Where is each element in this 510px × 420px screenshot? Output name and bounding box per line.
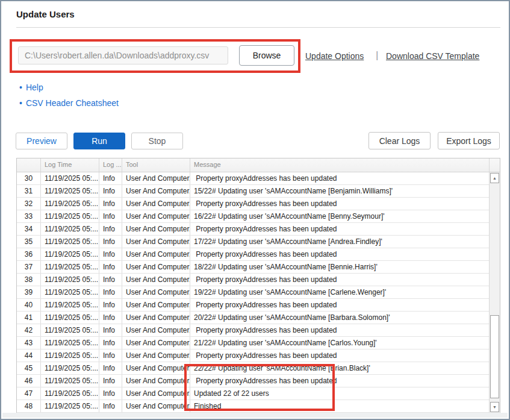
cell-message: Property proxyAddresses has been updated bbox=[190, 274, 489, 286]
cell-message: Property proxyAddresses has been updated bbox=[190, 172, 489, 184]
update-options-link[interactable]: Update Options bbox=[305, 51, 364, 61]
link-separator: | bbox=[376, 49, 378, 61]
table-row[interactable]: 4711/19/2025 05:...InfoUser And Computer… bbox=[17, 387, 489, 400]
help-link[interactable]: •Help bbox=[19, 83, 43, 92]
table-row[interactable]: 4511/19/2025 05:...InfoUser And Computer… bbox=[17, 362, 489, 375]
cell-level: Info bbox=[99, 299, 122, 311]
cell-message: 19/22# Updating user 'sAMAccountName [Ca… bbox=[190, 286, 489, 298]
cell-level: Info bbox=[99, 337, 122, 349]
cell-tool: User And Computer... bbox=[122, 349, 190, 362]
browse-button[interactable]: Browse bbox=[239, 45, 294, 66]
table-row[interactable]: 4311/19/2025 05:...InfoUser And Computer… bbox=[17, 337, 489, 349]
cell-tool: User And Computer... bbox=[122, 324, 190, 336]
column-header-message[interactable]: Message bbox=[190, 158, 490, 172]
table-row[interactable]: 3511/19/2025 05:...InfoUser And Computer… bbox=[17, 236, 489, 248]
cell-tool: User And Computer... bbox=[122, 198, 190, 210]
cell-time: 11/19/2025 05:... bbox=[41, 185, 99, 197]
scrollbar-thumb[interactable] bbox=[490, 315, 499, 398]
table-row[interactable]: 4211/19/2025 05:...InfoUser And Computer… bbox=[17, 324, 489, 337]
table-row[interactable]: 3711/19/2025 05:...InfoUser And Computer… bbox=[17, 261, 489, 274]
cell-time: 11/19/2025 05:... bbox=[41, 248, 99, 260]
cell-num: 33 bbox=[17, 210, 41, 222]
log-table-body: 3011/19/2025 05:...InfoUser And Computer… bbox=[17, 172, 489, 413]
cell-time: 11/19/2025 05:... bbox=[41, 210, 99, 222]
cell-num: 38 bbox=[17, 274, 41, 286]
cell-message: 16/22# Updating user 'sAMAccountName [Be… bbox=[190, 210, 489, 222]
table-row[interactable]: 3211/19/2025 05:...InfoUser And Computer… bbox=[17, 198, 489, 210]
cell-tool: User And Computer... bbox=[122, 248, 190, 260]
cell-message: 15/22# Updating user 'sAMAccountName [Be… bbox=[190, 185, 489, 197]
table-row[interactable]: 3811/19/2025 05:...InfoUser And Computer… bbox=[17, 274, 489, 286]
cell-tool: User And Computer... bbox=[122, 375, 190, 387]
cell-level: Info bbox=[99, 324, 122, 336]
cell-time: 11/19/2025 05:... bbox=[41, 274, 99, 286]
clear-logs-button[interactable]: Clear Logs bbox=[369, 132, 431, 149]
cell-message: 18/22# Updating user 'sAMAccountName [Be… bbox=[190, 261, 489, 273]
cell-time: 11/19/2025 05:... bbox=[41, 236, 99, 248]
run-button[interactable]: Run bbox=[73, 133, 125, 149]
column-header-tool[interactable]: Tool bbox=[122, 158, 190, 172]
cell-time: 11/19/2025 05:... bbox=[41, 375, 99, 387]
log-table: Log Time Log ... Tool Message 3011/19/20… bbox=[16, 158, 500, 413]
cell-time: 11/19/2025 05:... bbox=[41, 198, 99, 210]
table-row[interactable]: 4411/19/2025 05:...InfoUser And Computer… bbox=[17, 349, 489, 362]
log-table-header: Log Time Log ... Tool Message bbox=[17, 158, 500, 172]
table-row[interactable]: 3411/19/2025 05:...InfoUser And Computer… bbox=[17, 223, 489, 236]
column-header-logtime[interactable]: Log Time bbox=[41, 158, 99, 172]
stop-button[interactable]: Stop bbox=[131, 133, 183, 149]
csv-path-input[interactable] bbox=[18, 46, 228, 64]
cell-level: Info bbox=[99, 312, 122, 324]
table-row[interactable]: 3611/19/2025 05:...InfoUser And Computer… bbox=[17, 248, 489, 261]
table-row[interactable]: 3111/19/2025 05:...InfoUser And Computer… bbox=[17, 185, 489, 198]
preview-button[interactable]: Preview bbox=[16, 133, 67, 149]
cell-level: Info bbox=[99, 274, 122, 286]
bullet-icon: • bbox=[19, 98, 22, 108]
cell-num: 35 bbox=[17, 236, 41, 248]
download-csv-template-link[interactable]: Download CSV Template bbox=[386, 51, 479, 61]
cell-tool: User And Computer... bbox=[122, 274, 190, 286]
cell-time: 11/19/2025 05:... bbox=[41, 299, 99, 311]
table-row[interactable]: 3311/19/2025 05:...InfoUser And Computer… bbox=[17, 210, 489, 223]
cell-level: Info bbox=[99, 172, 122, 184]
table-row[interactable]: 4611/19/2025 05:...InfoUser And Computer… bbox=[17, 375, 489, 387]
cell-time: 11/19/2025 05:... bbox=[41, 400, 99, 412]
cell-message: 22/22# Updating user 'sAMAccountName [Br… bbox=[190, 362, 489, 374]
cell-time: 11/19/2025 05:... bbox=[41, 349, 99, 362]
cell-level: Info bbox=[99, 375, 122, 387]
cell-num: 30 bbox=[17, 172, 41, 184]
cell-tool: User And Computer... bbox=[122, 387, 190, 400]
table-row[interactable]: 4011/19/2025 05:...InfoUser And Computer… bbox=[17, 299, 489, 312]
export-logs-button[interactable]: Export Logs bbox=[438, 132, 500, 149]
cell-num: 48 bbox=[17, 400, 41, 412]
cell-time: 11/19/2025 05:... bbox=[41, 362, 99, 374]
cell-num: 34 bbox=[17, 223, 41, 235]
cell-num: 41 bbox=[17, 312, 41, 324]
cell-tool: User And Computer... bbox=[122, 312, 190, 324]
cell-time: 11/19/2025 05:... bbox=[41, 387, 99, 400]
column-header-loglevel[interactable]: Log ... bbox=[99, 158, 122, 172]
help-link-label: Help bbox=[26, 83, 43, 92]
table-row[interactable]: 4811/19/2025 05:...InfoUser And Computer… bbox=[17, 400, 489, 413]
header-corner bbox=[490, 158, 500, 172]
scroll-down-icon[interactable]: ▼ bbox=[490, 402, 499, 412]
cell-message: 21/22# Updating user 'sAMAccountName [Ca… bbox=[190, 337, 489, 349]
cell-tool: User And Computer... bbox=[122, 236, 190, 248]
cell-level: Info bbox=[99, 362, 122, 374]
cell-level: Info bbox=[99, 286, 122, 298]
cell-num: 40 bbox=[17, 299, 41, 311]
table-row[interactable]: 4111/19/2025 05:...InfoUser And Computer… bbox=[17, 312, 489, 324]
table-row[interactable]: 3911/19/2025 05:...InfoUser And Computer… bbox=[17, 286, 489, 299]
cell-message: Updated 22 of 22 users bbox=[190, 387, 489, 400]
cell-message: Property proxyAddresses has been updated bbox=[190, 198, 489, 210]
page-title: Update Users bbox=[16, 9, 75, 19]
cell-num: 45 bbox=[17, 362, 41, 374]
column-header-rownum[interactable] bbox=[17, 158, 41, 172]
csv-header-cheatsheet-link[interactable]: •CSV Header Cheatsheet bbox=[19, 98, 119, 108]
table-row[interactable]: 3011/19/2025 05:...InfoUser And Computer… bbox=[17, 172, 489, 185]
vertical-scrollbar[interactable]: ▲ ▼ bbox=[489, 172, 500, 413]
cell-level: Info bbox=[99, 248, 122, 260]
cell-num: 42 bbox=[17, 324, 41, 336]
scroll-up-icon[interactable]: ▲ bbox=[490, 173, 499, 183]
cell-level: Info bbox=[99, 400, 122, 412]
cell-message: Property proxyAddresses has been updated bbox=[190, 375, 489, 387]
